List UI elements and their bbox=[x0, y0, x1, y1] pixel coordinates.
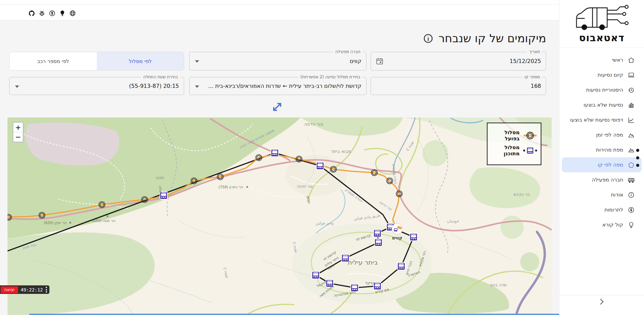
sidebar-item-label: לתרומות bbox=[604, 207, 623, 213]
tab-by-vehicle[interactable]: לפי מספר רכב bbox=[10, 52, 97, 70]
line-number-value: 168 bbox=[385, 77, 541, 95]
map-label: צור הדסה bbox=[304, 122, 323, 127]
map-label: حوسان bbox=[447, 219, 459, 224]
donate-icon[interactable] bbox=[49, 10, 56, 17]
sidebar-item-label: מפה לפי זמן bbox=[596, 132, 623, 138]
idea-icon[interactable] bbox=[59, 10, 66, 17]
bus-marker[interactable] bbox=[374, 230, 381, 237]
map-label: קווים bbox=[392, 235, 402, 240]
vehicle-cluster-marker[interactable] bbox=[392, 224, 403, 234]
sidebar-item-trip-history[interactable]: היסטוריית נסיעות bbox=[562, 82, 642, 97]
line-number-field[interactable]: מספר קו 168 bbox=[371, 77, 546, 95]
sidebar-item-map-by-time[interactable]: מפה לפי זמן bbox=[562, 127, 642, 142]
start-time-select[interactable]: בחירת שעת התחלה 20:15 (55-913-87) bbox=[9, 77, 184, 95]
company-select[interactable]: חברה מפעילה קווים bbox=[189, 52, 366, 70]
collapse-sidebar-icon[interactable] bbox=[597, 297, 606, 306]
session-timer: 49:22:12 bbox=[21, 287, 43, 293]
bus-marker[interactable] bbox=[410, 233, 417, 241]
chevron-down-icon bbox=[195, 60, 199, 63]
bus-icon bbox=[628, 176, 635, 184]
github-icon[interactable] bbox=[28, 10, 35, 17]
map-label: ▲ bbox=[69, 221, 72, 224]
route-value: קדושת לוי/שלום רב-ביתר עילית ← שדרות האמ… bbox=[204, 77, 361, 95]
map-label: מטע bbox=[156, 175, 164, 180]
map-label: האלה bbox=[158, 186, 163, 195]
map-label: מבוא ביתר bbox=[331, 149, 351, 154]
sidebar-menu: ראשי קיום נסיעות היסטוריית נסיעות נסיעות… bbox=[559, 52, 644, 232]
chevron-down-icon bbox=[195, 85, 199, 88]
sidebar-item-label: דפוסי נסיעות שלא בוצעו bbox=[570, 117, 623, 123]
sidebar-item-about[interactable]: אודות bbox=[562, 187, 642, 202]
route-select[interactable]: בחירת מסלול נסיעה (2 אפשרויות) קדושת לוי… bbox=[189, 77, 366, 95]
exit-button[interactable]: יציאה bbox=[1, 286, 18, 293]
expand-map-icon[interactable] bbox=[271, 101, 283, 113]
map-zoom-control: + − bbox=[13, 122, 24, 142]
zoom-in-button[interactable]: + bbox=[13, 123, 23, 132]
sidebar-item-operating-company[interactable]: חברה מפעילה bbox=[562, 172, 642, 187]
info-icon[interactable] bbox=[423, 33, 433, 44]
map-canvas: צור הדסהמבוא ביתרצור הדסהשלמןבר כוכבאحوس… bbox=[8, 117, 552, 315]
legend-actual-route: מסלול בפועל bbox=[491, 128, 537, 143]
app-logo[interactable]: דאטאבוס bbox=[559, 0, 644, 44]
session-timer-bar: יציאה 49:22:12 bbox=[0, 285, 49, 294]
date-field[interactable]: תאריך 15/12/2025 bbox=[371, 52, 546, 70]
sidebar-item-label: קול קורא bbox=[602, 222, 623, 228]
sidebar-item-label: קיום נסיעות bbox=[598, 72, 623, 78]
sidebar-item-label: מפה לפי קו bbox=[598, 162, 623, 168]
sidebar-item-label: אודות bbox=[611, 192, 623, 198]
map-label: הר חנוה (650) bbox=[92, 219, 116, 223]
sidebar-item-call-for-action[interactable]: קול קורא bbox=[562, 217, 642, 232]
view-mode-tabs: לפי מסלול לפי מספר רכב bbox=[9, 52, 184, 70]
bus-marker[interactable] bbox=[398, 263, 405, 270]
bus-marker[interactable] bbox=[312, 271, 319, 279]
sidebar-item-home[interactable]: ראשי bbox=[562, 52, 642, 67]
horizontal-scrollbar[interactable] bbox=[29, 314, 644, 315]
map[interactable]: צור הדסהמבוא ביתרצור הדסהשלמןבר כוכבאحوس… bbox=[8, 117, 552, 315]
bus-marker[interactable] bbox=[316, 162, 324, 170]
page-title: מיקומים של קו שנבחר bbox=[423, 32, 546, 45]
map-label: وادي فوكين bbox=[315, 221, 333, 225]
sidebar-footer-divider bbox=[559, 295, 644, 295]
start-time-value: 20:15 (55-913-87) bbox=[24, 77, 179, 95]
sidebar-item-donations[interactable]: לתרומות bbox=[562, 202, 642, 217]
sidebar-item-label: מפת מהירות bbox=[596, 147, 623, 153]
map-label: הר כתרון (758) bbox=[219, 185, 243, 189]
pentagon-icon bbox=[628, 161, 635, 169]
bar-chart-icon bbox=[628, 101, 635, 109]
tab-by-route[interactable]: לפי מסלול bbox=[97, 52, 184, 70]
legend-label: מסלול בפועל bbox=[491, 129, 520, 142]
map-label: הדקל bbox=[365, 281, 374, 285]
history-icon bbox=[628, 86, 635, 94]
date-value: 15/12/2025 bbox=[385, 52, 541, 70]
chevron-down-icon bbox=[15, 85, 19, 88]
bug-report-icon[interactable] bbox=[39, 10, 45, 17]
planned-route-icon bbox=[523, 146, 537, 155]
bulb-icon bbox=[628, 221, 635, 229]
brand-name: דאטאבוס bbox=[559, 32, 644, 44]
sidebar-item-map-by-line[interactable]: מפה לפי קו bbox=[562, 157, 642, 172]
map-label: הר יעקן (620) bbox=[44, 221, 67, 225]
sidebar-item-missed-trip-patterns[interactable]: דפוסי נסיעות שלא בוצעו bbox=[562, 112, 642, 127]
databus-logo-icon bbox=[573, 4, 630, 31]
sidebar-item-label: נסיעות שלא בוצעו bbox=[584, 102, 623, 108]
map-label: ▲ bbox=[246, 185, 249, 188]
sidebar-item-label: היסטוריית נסיעות bbox=[586, 87, 623, 93]
language-icon[interactable] bbox=[69, 10, 76, 17]
bus-marker[interactable] bbox=[375, 239, 382, 246]
bus-marker[interactable] bbox=[271, 149, 279, 157]
sidebar-divider bbox=[559, 48, 644, 48]
sidebar-scroll-dots[interactable] bbox=[636, 149, 639, 167]
sidebar-item-speed-map[interactable]: מפת מהירות bbox=[562, 142, 642, 157]
sidebar-item-trip-existence[interactable]: קיום נסיעות bbox=[562, 67, 642, 82]
legend-label: מסלול מתוכנן bbox=[491, 144, 520, 157]
info-icon bbox=[628, 191, 635, 199]
zoom-out-button[interactable]: − bbox=[13, 132, 23, 142]
topbar bbox=[0, 0, 559, 20]
calendar-icon[interactable] bbox=[376, 57, 384, 65]
map-label: ביתר עילית bbox=[348, 258, 378, 266]
actual-route-icon bbox=[523, 131, 537, 140]
sidebar: דאטאבוס ראשי קיום נסיעות היסטוריית נסיעו… bbox=[559, 0, 644, 315]
sidebar-item-missed-trips[interactable]: נסיעות שלא בוצעו bbox=[562, 97, 642, 112]
kebab-menu-icon[interactable] bbox=[46, 287, 47, 293]
line-chart-icon bbox=[628, 116, 635, 124]
